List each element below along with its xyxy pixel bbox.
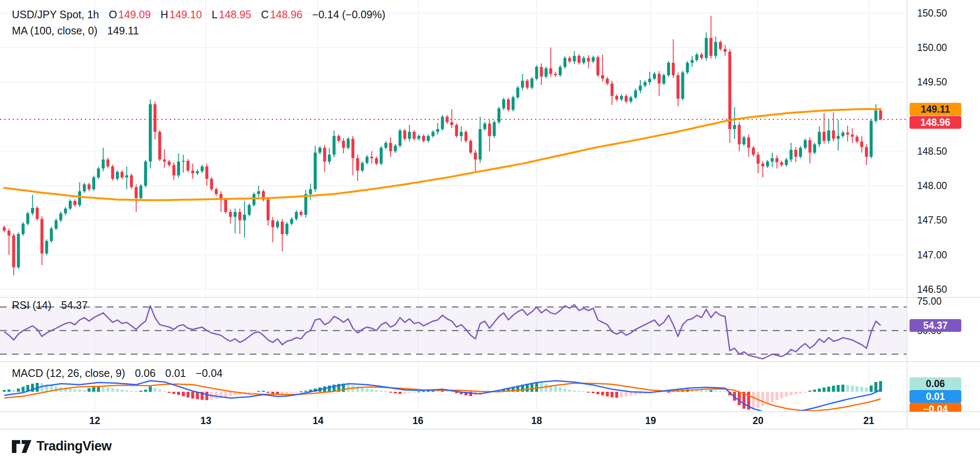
price-axis-label: 150.50 [917, 8, 977, 19]
price-axis-label: 146.50 [917, 284, 977, 295]
macd-hist-badge: 0.06 [910, 377, 961, 390]
time-axis-label: 16 [405, 415, 431, 427]
time-axis-label: 12 [82, 415, 107, 427]
change-value: −0.14 (−0.09%) [312, 8, 385, 20]
rsi-value: 54.37 [61, 299, 88, 311]
rsi-legend: RSI (14) 54.37 [12, 299, 88, 311]
rsi-axis-label: 75.00 [917, 296, 977, 307]
price-axis-label: 147.00 [917, 249, 977, 261]
macd-badge-area: 0.06 0.01 −0.04 [0, 362, 980, 412]
price-axis-label: 147.50 [917, 215, 977, 226]
time-axis-label: 20 [745, 415, 771, 427]
tradingview-logo-text: TradingView [37, 439, 112, 454]
tradingview-logo-icon [12, 437, 31, 456]
price-axis-label: 150.00 [917, 42, 977, 54]
ma-value: 149.11 [107, 25, 139, 37]
rsi-label[interactable]: RSI (14) [12, 299, 51, 311]
close-label: C [261, 8, 269, 20]
low-value: 148.95 [219, 8, 251, 20]
time-axis-label: 14 [305, 415, 331, 427]
open-value: 149.09 [118, 8, 151, 20]
ma-label[interactable]: MA (100, close, 0) [12, 25, 97, 37]
ma-legend: MA (100, close, 0) 149.11 [12, 25, 139, 37]
high-value: 149.10 [169, 8, 202, 20]
macd-signal-badge: −0.04 [910, 403, 961, 412]
tradingview-chart-window: { "header": { "symbol": "USD/JPY Spot, 1… [0, 0, 980, 464]
tradingview-logo[interactable]: TradingView [12, 437, 112, 456]
ma-price-badge: 149.11 [910, 103, 961, 116]
rsi-value-badge: 54.37 [910, 319, 961, 332]
price-axis-label: 149.50 [917, 76, 977, 88]
symbol-legend: USD/JPY Spot, 1h O149.09 H149.10 L148.95… [12, 8, 386, 21]
close-value: 148.96 [270, 8, 302, 20]
symbol-title[interactable]: USD/JPY Spot, 1h [12, 8, 99, 20]
time-axis-label: 13 [193, 415, 219, 427]
time-axis-label: 21 [856, 415, 881, 427]
price-axis-label: 148.00 [917, 180, 977, 192]
open-label: O [109, 8, 117, 20]
high-label: H [161, 8, 168, 20]
price-axis-label: 148.50 [917, 146, 977, 157]
last-price-badge: 148.96 [910, 116, 961, 129]
time-axis-label: 18 [524, 415, 549, 427]
low-label: L [212, 8, 218, 20]
time-axis-label: 19 [638, 415, 663, 427]
macd-line-badge: 0.01 [910, 390, 961, 403]
